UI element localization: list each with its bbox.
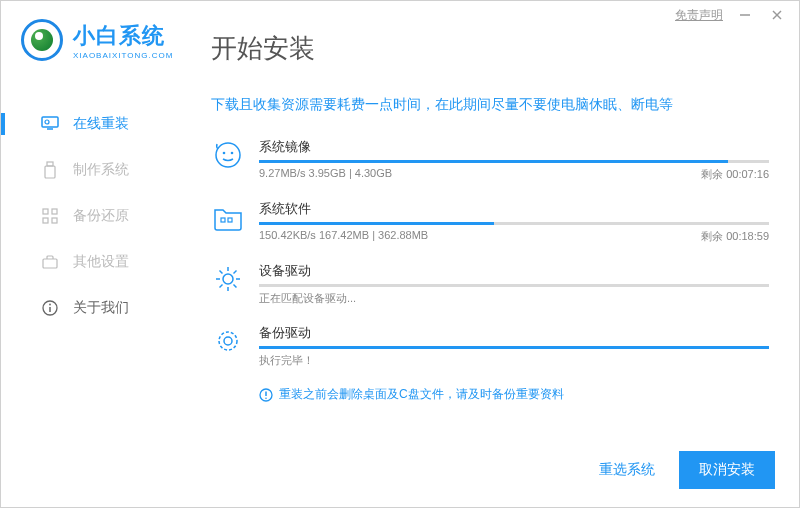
task-system-image: 系统镜像 9.27MB/s 3.95GB | 4.30GB 剩余 00:07:1… (211, 138, 769, 182)
sidebar-item-backup-restore[interactable]: 备份还原 (1, 193, 181, 239)
task-remain: 剩余 00:07:16 (701, 167, 769, 182)
sidebar: 在线重装 制作系统 备份还原 其他设置 关于我们 (1, 101, 181, 331)
info-icon (41, 299, 59, 317)
task-backup-driver: 备份驱动 执行完毕！ (211, 324, 769, 368)
svg-rect-6 (47, 162, 53, 166)
app-window: 免责声明 小白系统 XIAOBAIXITONG.COM 开始安装 在线重装 (0, 0, 800, 508)
task-system-software: 系统软件 150.42KB/s 167.42MB | 362.88MB 剩余 0… (211, 200, 769, 244)
task-title: 设备驱动 (259, 262, 769, 280)
alert-icon (259, 388, 273, 402)
svg-line-28 (220, 285, 223, 288)
sidebar-item-about[interactable]: 关于我们 (1, 285, 181, 331)
warning-text: 重装之前会删除桌面及C盘文件，请及时备份重要资料 (279, 386, 564, 403)
svg-point-4 (45, 120, 49, 124)
svg-rect-10 (43, 218, 48, 223)
face-icon (211, 138, 245, 172)
svg-rect-9 (52, 209, 57, 214)
grid-icon (41, 207, 59, 225)
svg-rect-19 (221, 218, 225, 222)
svg-point-15 (49, 304, 51, 306)
cancel-install-button[interactable]: 取消安装 (679, 451, 775, 489)
sidebar-item-other-settings[interactable]: 其他设置 (1, 239, 181, 285)
progress-bar (259, 284, 769, 287)
svg-point-18 (231, 152, 234, 155)
info-text: 下载且收集资源需要耗费一点时间，在此期间尽量不要使电脑休眠、断电等 (211, 96, 769, 114)
svg-point-21 (223, 274, 233, 284)
sidebar-item-label: 关于我们 (73, 299, 129, 317)
minimize-button[interactable] (735, 5, 755, 25)
progress-bar (259, 346, 769, 349)
app-header: 小白系统 XIAOBAIXITONG.COM (21, 19, 173, 61)
logo-icon (21, 19, 63, 61)
sidebar-item-label: 在线重装 (73, 115, 129, 133)
sidebar-item-label: 其他设置 (73, 253, 129, 271)
logo-text: 小白系统 XIAOBAIXITONG.COM (73, 21, 173, 60)
task-title: 备份驱动 (259, 324, 769, 342)
task-status: 正在匹配设备驱动... (259, 291, 769, 306)
sidebar-item-label: 制作系统 (73, 161, 129, 179)
svg-point-31 (224, 337, 232, 345)
svg-point-16 (216, 143, 240, 167)
gear-dashed-icon (211, 324, 245, 358)
warning-message: 重装之前会删除桌面及C盘文件，请及时备份重要资料 (259, 386, 769, 403)
logo-subtitle: XIAOBAIXITONG.COM (73, 51, 173, 60)
svg-rect-20 (228, 218, 232, 222)
svg-point-30 (219, 332, 237, 350)
footer: 重选系统 取消安装 (587, 451, 775, 489)
briefcase-icon (41, 253, 59, 271)
task-title: 系统镜像 (259, 138, 769, 156)
task-detail: 9.27MB/s 3.95GB | 4.30GB (259, 167, 392, 182)
gear-icon (211, 262, 245, 296)
close-button[interactable] (767, 5, 787, 25)
progress-bar (259, 160, 769, 163)
task-detail: 150.42KB/s 167.42MB | 362.88MB (259, 229, 428, 244)
svg-line-29 (234, 271, 237, 274)
svg-rect-7 (45, 166, 55, 178)
usb-icon (41, 161, 59, 179)
svg-line-27 (234, 285, 237, 288)
reselect-system-button[interactable]: 重选系统 (587, 453, 667, 487)
svg-point-17 (223, 152, 226, 155)
page-title: 开始安装 (211, 31, 315, 66)
monitor-icon (41, 115, 59, 133)
svg-rect-12 (43, 259, 57, 268)
sidebar-item-online-reinstall[interactable]: 在线重装 (1, 101, 181, 147)
titlebar: 免责声明 (663, 1, 799, 29)
svg-rect-8 (43, 209, 48, 214)
logo-title: 小白系统 (73, 21, 173, 51)
task-title: 系统软件 (259, 200, 769, 218)
task-status: 执行完毕！ (259, 353, 769, 368)
sidebar-item-label: 备份还原 (73, 207, 129, 225)
task-remain: 剩余 00:18:59 (701, 229, 769, 244)
content-area: 下载且收集资源需要耗费一点时间，在此期间尽量不要使电脑休眠、断电等 系统镜像 9… (211, 96, 769, 403)
svg-point-34 (265, 397, 267, 399)
svg-rect-11 (52, 218, 57, 223)
sidebar-item-create-system[interactable]: 制作系统 (1, 147, 181, 193)
svg-line-26 (220, 271, 223, 274)
progress-bar (259, 222, 769, 225)
folder-icon (211, 200, 245, 234)
disclaimer-link[interactable]: 免责声明 (675, 7, 723, 24)
task-device-driver: 设备驱动 正在匹配设备驱动... (211, 262, 769, 306)
